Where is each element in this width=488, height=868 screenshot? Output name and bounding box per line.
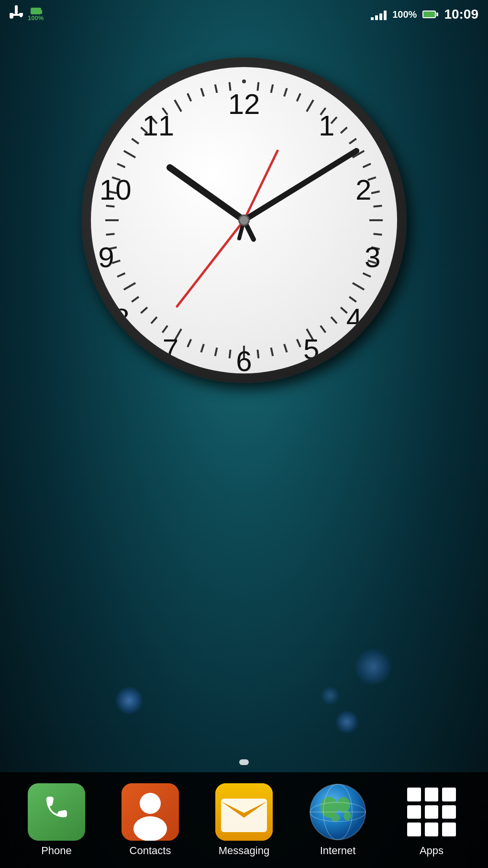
svg-line-70 bbox=[244, 151, 356, 220]
indicator-dot-active bbox=[239, 759, 249, 765]
messaging-app-icon[interactable] bbox=[215, 783, 273, 841]
apps-dot-9 bbox=[442, 823, 456, 836]
battery-small: 100% bbox=[28, 8, 44, 22]
dock-item-internet[interactable]: Internet bbox=[309, 783, 366, 857]
status-left: 100% bbox=[10, 5, 44, 23]
contacts-app-icon[interactable] bbox=[122, 783, 179, 841]
internet-label: Internet bbox=[320, 845, 356, 857]
bokeh-4 bbox=[321, 686, 340, 705]
clock-center-dot bbox=[238, 214, 250, 226]
svg-point-80 bbox=[337, 797, 350, 812]
clock-face: 12 1 2 3 4 5 6 7 8 9 10 11 bbox=[91, 67, 397, 373]
bokeh-3 bbox=[335, 710, 359, 734]
status-right: 100% 10:09 bbox=[371, 7, 478, 22]
svg-point-81 bbox=[331, 814, 340, 822]
internet-app-icon[interactable] bbox=[309, 783, 366, 841]
phone-app-icon[interactable] bbox=[28, 783, 85, 841]
apps-dot-3 bbox=[442, 788, 456, 801]
status-bar: 100% 100% 10:09 bbox=[0, 0, 488, 29]
apps-label: Apps bbox=[420, 845, 444, 857]
dock: Phone Contacts bbox=[0, 772, 488, 868]
contacts-label: Contacts bbox=[130, 845, 171, 857]
apps-grid bbox=[405, 786, 458, 838]
svg-point-74 bbox=[133, 816, 167, 841]
bokeh-1 bbox=[115, 686, 144, 715]
analog-clock: 12 1 2 3 4 5 6 7 8 9 10 11 bbox=[81, 57, 407, 383]
apps-app-icon[interactable] bbox=[403, 783, 460, 841]
apps-dot-4 bbox=[407, 805, 421, 819]
phone-label: Phone bbox=[41, 845, 72, 857]
usb-icon bbox=[10, 5, 23, 23]
battery-icon bbox=[422, 11, 438, 18]
dock-item-contacts[interactable]: Contacts bbox=[122, 783, 179, 857]
status-time: 10:09 bbox=[444, 7, 478, 22]
apps-dot-7 bbox=[407, 823, 421, 836]
dock-item-phone[interactable]: Phone bbox=[28, 783, 85, 857]
dock-item-apps[interactable]: Apps bbox=[403, 783, 460, 857]
apps-dot-1 bbox=[407, 788, 421, 801]
page-indicator bbox=[239, 759, 249, 765]
svg-point-73 bbox=[140, 793, 161, 814]
clock-widget[interactable]: 12 1 2 3 4 5 6 7 8 9 10 11 bbox=[81, 57, 407, 383]
svg-point-5 bbox=[20, 14, 22, 17]
messaging-label: Messaging bbox=[219, 845, 269, 857]
svg-point-4 bbox=[10, 15, 13, 19]
bokeh-2 bbox=[354, 648, 392, 686]
svg-point-82 bbox=[344, 811, 351, 821]
apps-dot-5 bbox=[425, 805, 439, 819]
signal-bars bbox=[371, 9, 387, 20]
apps-dot-2 bbox=[425, 788, 439, 801]
apps-dot-8 bbox=[425, 823, 439, 836]
apps-dot-6 bbox=[442, 805, 456, 819]
dock-item-messaging[interactable]: Messaging bbox=[215, 783, 273, 857]
svg-rect-0 bbox=[15, 5, 18, 14]
battery-percent: 100% bbox=[392, 9, 417, 20]
